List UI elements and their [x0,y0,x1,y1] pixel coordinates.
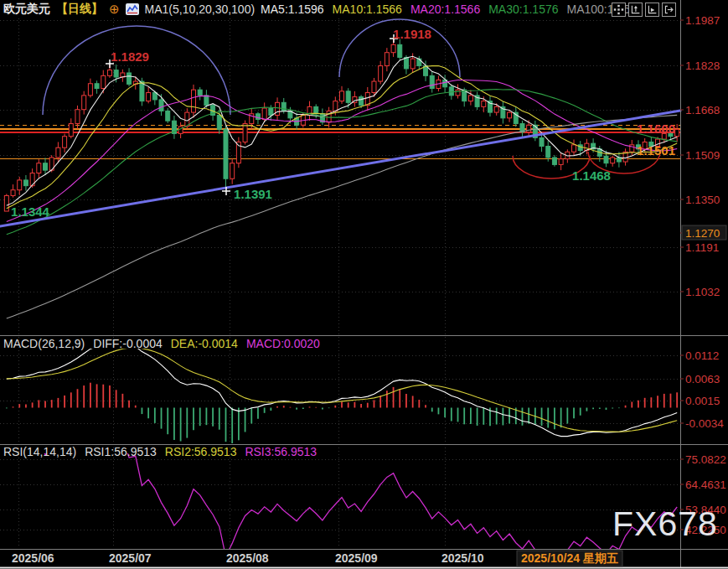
candle-body [372,81,376,92]
price-axis-label: 1.1032 [685,286,720,298]
candle-body [468,96,472,101]
candle-body [4,195,8,211]
ma-value: MA5:1.1596 [261,3,324,16]
candle-body [101,75,106,88]
candle-body [417,59,421,65]
candle-body [147,93,151,101]
candle-body [262,108,266,119]
candle-body [11,190,15,196]
level-label: 1.1501 [637,143,675,158]
candle-body [178,127,183,133]
candle-body [379,66,383,82]
add-indicator-icon[interactable]: ⊕ [109,2,120,17]
candle-body [107,70,111,76]
month-label: 2025/09 [335,551,378,565]
ma-line-30 [7,90,677,235]
candle-body [127,73,132,84]
candle-body [617,158,621,162]
candle-body [44,163,48,170]
candle-body [95,84,99,89]
month-label: 2025/07 [109,551,152,565]
candle-body [540,137,544,146]
dome-annotation [43,26,230,115]
ma-value: MA20:1.1566 [410,3,480,16]
candle-body [398,44,402,57]
candle-body [88,84,92,96]
month-label: 2025/10 [441,551,484,565]
candle-body [527,125,531,132]
rsi-axis-label: 64.4631 [685,478,726,491]
macd-header: MACD(26,12,9) DIFF:-0.0004 DEA:-0.0014 M… [3,337,320,350]
price-annotation: 1.1829 [111,49,149,64]
period-label: 【日线】 [56,2,103,17]
candle-body [340,91,344,101]
price-axis-label: 1.1668 [685,104,720,116]
rsi-title: RSI(14,14,14) [3,445,76,458]
price-axis-label: 1.1509 [685,149,720,162]
candle-body [482,101,486,107]
price-annotation: 1.1468 [572,168,611,183]
candle-body [346,91,350,102]
candle-body [256,114,260,120]
selected-date-label: 2025/10/24 星期五 [521,551,618,565]
macd-diff-value: DIFF:-0.0004 [93,337,162,350]
level-label: 1.1600 [637,122,675,136]
macd-axis-label: -0.0034 [685,417,724,430]
ma-line-5 [7,56,677,205]
candle-body [675,129,679,136]
month-label: 2025/08 [226,551,269,565]
axis-scale-right-button[interactable] [645,3,659,17]
candle-body [75,110,80,124]
candle-body [333,101,338,111]
candle-body [18,180,22,190]
macd-axis-label: 0.0112 [685,349,719,362]
candle-body [572,145,576,152]
candle-body [410,59,415,69]
macd-macd-value: MACD:0.0020 [246,337,320,350]
candle-body [243,124,247,142]
candle-body [166,111,170,121]
rsi3-value: RSI3:56.9513 [245,445,317,458]
move-chart-button[interactable] [612,3,626,17]
candle-body [314,106,318,113]
rsi-axis-label: 75.0822 [685,453,726,466]
chart-canvas[interactable]: 1.18291.19181.13441.13911.14681.16001.15… [0,0,728,569]
chart-toolbar [612,3,676,17]
candle-body [192,90,196,112]
candle-body [611,158,615,163]
price-axis-label: 1.1987 [685,14,720,27]
month-label: 2025/06 [12,551,54,565]
axis-scale-up-button[interactable] [628,3,643,17]
candle-body [385,53,389,66]
shift-right-button[interactable] [662,3,676,17]
candle-body [37,163,41,173]
candle-body [159,100,163,111]
candle-body [69,124,73,137]
rsi-header: RSI(14,14,14) RSI1:56.9513 RSI2:56.9513 … [3,445,317,458]
chart-header: 欧元美元 【日线】 ⊕ MA1(5,10,20,30,100) MA5:1.15… [0,0,652,18]
candle-body [391,44,395,52]
candle-body [56,147,60,158]
rsi1-value: RSI1:56.9513 [85,445,157,458]
candle-body [456,90,460,96]
candle-body [217,115,221,129]
macd-dea-value: DEA:-0.0014 [171,337,238,350]
rsi2-value: RSI2:56.9513 [165,445,237,458]
macd-axis-label: 0.0015 [685,395,720,407]
symbol-name: 欧元美元 [3,2,50,17]
candle-body [430,75,434,88]
candle-body [114,70,118,77]
candle-body [404,57,408,68]
macd-dea-line [7,348,677,432]
candle-body [63,137,67,147]
candle-body [449,87,453,96]
candle-body [82,96,86,110]
price-annotation: 1.1918 [393,27,431,41]
candle-body [269,108,273,115]
macd-axis-label: 0.0063 [685,373,720,385]
candle-body [494,106,498,112]
fx678-watermark: FX678 [612,504,718,544]
chart-type-icon[interactable] [126,3,139,15]
ma-value: MA10:1.1566 [333,3,402,16]
candle-body [552,158,556,164]
